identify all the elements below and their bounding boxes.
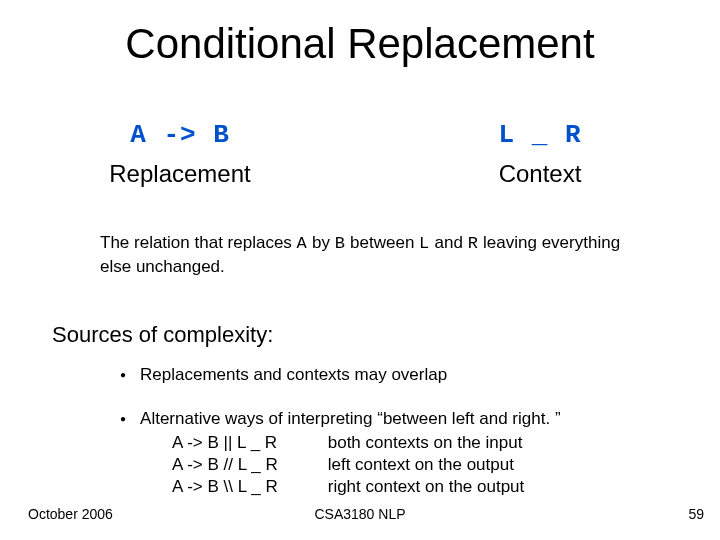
replacement-code: A -> B (0, 120, 360, 150)
alt-expr: A -> B \\ L _ R (140, 476, 328, 498)
alt-desc: left context on the output (328, 454, 525, 476)
relation-text: by (307, 233, 334, 252)
bullet-list: ● Replacements and contexts may overlap … (120, 364, 680, 520)
alt-expr: A -> B || L _ R (140, 432, 328, 454)
alternative-interpretations: Alternative ways of interpreting “betwee… (140, 408, 680, 498)
context-code: L _ R (360, 120, 720, 150)
footer-page-number: 59 (688, 506, 704, 522)
footer-course: CSA3180 NLP (0, 506, 720, 522)
sources-heading: Sources of complexity: (52, 322, 273, 348)
alt-expr: A -> B // L _ R (140, 454, 328, 476)
relation-A: A (297, 234, 308, 253)
relation-L: L (419, 234, 430, 253)
bullet-text: Replacements and contexts may overlap (140, 364, 680, 386)
alt-row: A -> B \\ L _ R right context on the out… (140, 476, 524, 498)
relation-B: B (335, 234, 346, 253)
bullet-icon: ● (120, 364, 126, 386)
alt-row: A -> B // L _ R left context on the outp… (140, 454, 524, 476)
bullet-icon: ● (120, 408, 126, 430)
replacement-column: A -> B Replacement (0, 120, 360, 188)
relation-text: between (345, 233, 419, 252)
alt-desc: right context on the output (328, 476, 525, 498)
list-item: ● Alternative ways of interpreting “betw… (120, 408, 680, 498)
slide-title: Conditional Replacement (0, 20, 720, 68)
relation-text: The relation that replaces (100, 233, 297, 252)
rule-columns: A -> B Replacement L _ R Context (0, 120, 720, 188)
context-column: L _ R Context (360, 120, 720, 188)
alt-row: A -> B || L _ R both contexts on the inp… (140, 432, 524, 454)
relation-text: and (430, 233, 468, 252)
alt-lead: Alternative ways of interpreting “betwee… (140, 408, 680, 430)
alt-desc: both contexts on the input (328, 432, 525, 454)
list-item: ● Replacements and contexts may overlap (120, 364, 680, 386)
relation-paragraph: The relation that replaces A by B betwee… (100, 232, 640, 279)
slide: Conditional Replacement A -> B Replaceme… (0, 0, 720, 540)
context-label: Context (360, 160, 720, 188)
relation-R: R (468, 234, 479, 253)
alt-table: A -> B || L _ R both contexts on the inp… (140, 432, 524, 498)
replacement-label: Replacement (0, 160, 360, 188)
